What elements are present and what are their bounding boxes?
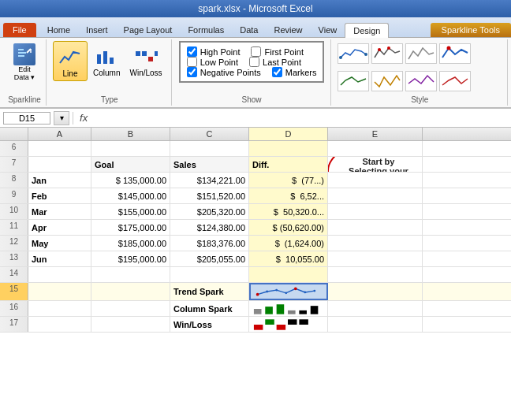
cell-11d[interactable]: $ (50,620.00)	[249, 220, 328, 235]
tab-view[interactable]: View	[311, 23, 345, 37]
type-winloss-button[interactable]: Win/Loss	[125, 41, 166, 80]
cell-6d[interactable]	[249, 141, 328, 156]
show-low-point[interactable]: Low Point	[187, 57, 238, 67]
cell-15a[interactable]	[28, 283, 91, 300]
cell-13a[interactable]: Jun	[28, 251, 91, 266]
cell-7d[interactable]: Diff.	[249, 157, 328, 172]
style-preview-7[interactable]	[405, 71, 437, 91]
cell-10b[interactable]: $155,000.00	[91, 204, 170, 219]
cell-9a[interactable]: Feb	[28, 188, 91, 203]
cell-11a[interactable]: Apr	[28, 220, 91, 235]
markers-checkbox[interactable]	[272, 67, 282, 77]
cell-13d[interactable]: $ 10,055.00	[249, 251, 328, 266]
cell-8e[interactable]	[328, 173, 423, 188]
cell-7a[interactable]	[28, 157, 91, 172]
cell-7b[interactable]: Goal	[91, 157, 170, 172]
cell-7c[interactable]: Sales	[170, 157, 249, 172]
cell-10d[interactable]: $ 50,320.0...	[249, 204, 328, 219]
high-point-checkbox[interactable]	[187, 46, 197, 57]
cell-11e[interactable]	[328, 220, 423, 235]
show-last-point[interactable]: Last Point	[249, 57, 301, 67]
tab-sparkline-tools[interactable]: Sparkline Tools	[431, 23, 511, 37]
name-box[interactable]	[3, 112, 50, 125]
cell-6a[interactable]	[28, 141, 91, 156]
col-header-e[interactable]: E	[328, 128, 423, 140]
show-markers[interactable]: Markers	[272, 67, 317, 77]
cell-14c[interactable]	[170, 267, 249, 282]
cell-8b[interactable]: $ 135,000.00	[91, 173, 170, 188]
cell-14e[interactable]	[328, 267, 423, 282]
cell-9b[interactable]: $145,000.00	[91, 188, 170, 203]
col-header-c[interactable]: C	[170, 128, 249, 140]
cell-16a[interactable]	[28, 301, 91, 316]
last-point-checkbox[interactable]	[249, 57, 259, 67]
cell-16c[interactable]: Column Spark	[170, 301, 249, 316]
cell-17e[interactable]	[328, 317, 423, 332]
cell-15e[interactable]	[328, 283, 423, 300]
style-preview-1[interactable]	[338, 43, 369, 64]
cell-13b[interactable]: $195,000.00	[91, 251, 170, 266]
show-negative-points[interactable]: Negative Points	[187, 67, 261, 77]
style-preview-3[interactable]	[405, 43, 437, 64]
cell-8c[interactable]: $134,221.00	[170, 173, 249, 188]
style-preview-5[interactable]	[338, 71, 369, 91]
cell-10a[interactable]: Mar	[28, 204, 91, 219]
cell-6b[interactable]	[91, 141, 170, 156]
cell-12b[interactable]: $185,000.00	[91, 236, 170, 251]
cell-15d[interactable]	[249, 283, 328, 300]
formula-input[interactable]	[94, 113, 508, 124]
cell-14d[interactable]	[249, 267, 328, 282]
cell-10c[interactable]: $205,320.00	[170, 204, 249, 219]
cell-16e[interactable]	[328, 301, 423, 316]
cell-6c[interactable]	[170, 141, 249, 156]
style-preview-6[interactable]	[371, 71, 403, 91]
edit-data-button[interactable]: EditData ▾	[11, 41, 38, 84]
cell-9e[interactable]	[328, 188, 423, 203]
cell-13e[interactable]	[328, 251, 423, 266]
cell-12d[interactable]: $ (1,624.00)	[249, 236, 328, 251]
cell-11c[interactable]: $124,380.00	[170, 220, 249, 235]
cell-8a[interactable]: Jan	[28, 173, 91, 188]
cell-11b[interactable]: $175,000.00	[91, 220, 170, 235]
tab-data[interactable]: Data	[232, 23, 266, 37]
cell-17d[interactable]	[249, 317, 328, 332]
cell-14b[interactable]	[91, 267, 170, 282]
tab-design[interactable]: Design	[345, 23, 389, 38]
cell-7e[interactable]: Start bySelecting yourSparkline Cell	[328, 157, 423, 172]
cell-16b[interactable]	[91, 301, 170, 316]
cell-12c[interactable]: $183,376.00	[170, 236, 249, 251]
cell-17c[interactable]: Win/Loss	[170, 317, 249, 332]
cell-15b[interactable]	[91, 283, 170, 300]
style-preview-4[interactable]	[439, 43, 471, 64]
tab-review[interactable]: Review	[266, 23, 310, 37]
style-preview-8[interactable]	[439, 71, 471, 91]
cell-17b[interactable]	[91, 317, 170, 332]
tab-home[interactable]: Home	[39, 23, 78, 37]
low-point-checkbox[interactable]	[187, 57, 197, 67]
tab-file[interactable]: File	[3, 23, 36, 37]
show-high-point[interactable]: High Point	[187, 46, 241, 57]
cell-9d[interactable]: $ 6,52...	[249, 188, 328, 203]
tab-formulas[interactable]: Formulas	[180, 23, 232, 37]
tab-page-layout[interactable]: Page Layout	[116, 23, 181, 37]
first-point-checkbox[interactable]	[251, 46, 261, 57]
cell-17a[interactable]	[28, 317, 91, 332]
cell-15c[interactable]: Trend Spark	[170, 283, 249, 300]
cell-10e[interactable]	[328, 204, 423, 219]
cell-12a[interactable]: May	[28, 236, 91, 251]
cell-16d[interactable]	[249, 301, 328, 316]
cell-6e[interactable]	[328, 141, 423, 156]
cell-8d[interactable]: $ (77...)	[249, 173, 328, 188]
type-line-button[interactable]: Line	[53, 41, 88, 81]
col-header-b[interactable]: B	[91, 128, 170, 140]
style-preview-2[interactable]	[371, 43, 403, 64]
negative-points-checkbox[interactable]	[187, 67, 197, 77]
col-header-a[interactable]: A	[28, 128, 91, 140]
cell-13c[interactable]: $205,055.00	[170, 251, 249, 266]
cell-12e[interactable]	[328, 236, 423, 251]
formula-expand-button[interactable]: ▾	[54, 111, 69, 125]
col-header-d[interactable]: D	[249, 128, 328, 140]
type-column-button[interactable]: Column	[89, 41, 124, 80]
cell-14a[interactable]	[28, 267, 91, 282]
show-first-point[interactable]: First Point	[251, 46, 304, 57]
